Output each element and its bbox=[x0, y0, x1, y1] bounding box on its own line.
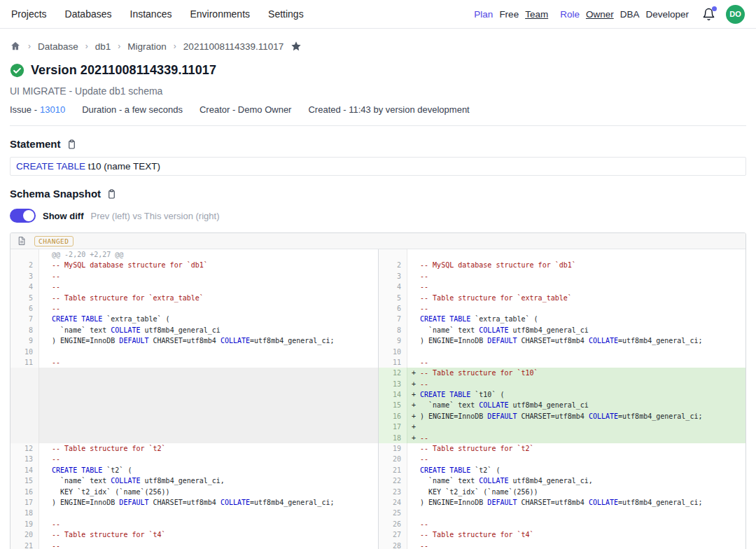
code-line: -- MySQL database structure for `db1` bbox=[39, 260, 378, 270]
code-line: ) ENGINE=InnoDB DEFAULT CHARSET=utf8mb4 … bbox=[39, 497, 378, 508]
code-line: -- MySQL database structure for `db1` bbox=[407, 260, 746, 270]
code-token: -- Table structure for `extra_table` bbox=[420, 294, 572, 302]
code-line: -- Table structure for `t2` bbox=[39, 443, 378, 454]
diff-row: 8 `name` text COLLATE utf8mb4_general_ci bbox=[10, 325, 378, 335]
line-number bbox=[10, 249, 39, 260]
code-token: `name` text bbox=[420, 401, 479, 409]
code-token: CREATE TABLE bbox=[420, 391, 470, 398]
line-number: 23 bbox=[379, 487, 407, 497]
line-number bbox=[10, 389, 39, 400]
role-label[interactable]: Role bbox=[560, 9, 580, 20]
copy-snapshot-icon[interactable] bbox=[106, 188, 117, 200]
favorite-star-icon[interactable] bbox=[290, 41, 302, 52]
code-line bbox=[39, 508, 378, 518]
code-line bbox=[39, 400, 378, 410]
code-line: `name` text COLLATE utf8mb4_general_ci bbox=[407, 325, 746, 335]
code-token: -- Table structure for `t10` bbox=[420, 369, 538, 377]
diff-row: 7CREATE TABLE `extra_table` ( bbox=[379, 314, 746, 324]
nav-links: ProjectsDatabasesInstancesEnvironmentsSe… bbox=[11, 8, 304, 20]
show-diff-toggle[interactable] bbox=[10, 209, 36, 223]
diff-prefix: + bbox=[412, 433, 420, 443]
diff-row: 19-- bbox=[10, 519, 378, 529]
plan-label[interactable]: Plan bbox=[474, 9, 493, 20]
page-title: Version 20211008114339.11017 bbox=[31, 63, 216, 78]
line-number: 5 bbox=[10, 293, 39, 303]
breadcrumb-item[interactable]: Database bbox=[38, 41, 78, 52]
code-token: `t2` ( bbox=[470, 466, 500, 474]
code-token: `extra_table` ( bbox=[470, 315, 538, 323]
team-link[interactable]: Team bbox=[525, 9, 548, 20]
code-token: CREATE TABLE bbox=[52, 466, 102, 474]
diff-prefix: + bbox=[412, 411, 420, 422]
diff-row: 3-- bbox=[10, 271, 378, 282]
notification-bell-icon[interactable] bbox=[702, 8, 715, 21]
breadcrumb-item[interactable]: Migration bbox=[127, 41, 167, 52]
code-line: CREATE TABLE `t2` ( bbox=[39, 465, 378, 475]
breadcrumb-item[interactable]: db1 bbox=[95, 41, 111, 52]
line-number: 18 bbox=[379, 433, 407, 443]
code-line: + `name` text COLLATE utf8mb4_general_ci bbox=[407, 400, 746, 410]
issue-label: Issue - bbox=[10, 104, 37, 115]
code-token: CREATE TABLE bbox=[420, 315, 470, 323]
line-number: 8 bbox=[379, 325, 407, 335]
line-number: 9 bbox=[379, 335, 407, 346]
line-number: 12 bbox=[379, 368, 407, 378]
show-diff-label: Show diff bbox=[43, 211, 84, 221]
code-token: =utf8mb4_general_ci; bbox=[618, 499, 702, 506]
diff-row: 21CREATE TABLE `t2` ( bbox=[379, 465, 746, 475]
main-content: ›Database›db1›Migration›20211008114339.1… bbox=[0, 39, 756, 549]
code-token: ) ENGINE=InnoDB bbox=[420, 337, 487, 345]
diff-prefix: + bbox=[412, 368, 420, 378]
code-token: -- bbox=[420, 380, 428, 388]
diff-row: 10 bbox=[10, 347, 378, 357]
diff-row: 12+-- Table structure for `t10` bbox=[379, 368, 746, 378]
line-number: 14 bbox=[10, 465, 39, 475]
diff-row: 14+CREATE TABLE `t10` ( bbox=[379, 389, 746, 400]
code-token: ) ENGINE=InnoDB bbox=[52, 499, 119, 506]
breadcrumb-item[interactable]: 20211008114339.11017 bbox=[183, 41, 284, 52]
line-number: 7 bbox=[10, 314, 39, 324]
notification-dot bbox=[712, 6, 717, 11]
nav-item-environments[interactable]: Environments bbox=[190, 8, 250, 20]
issue-link[interactable]: 13010 bbox=[40, 104, 65, 115]
code-line: `name` text COLLATE utf8mb4_general_ci, bbox=[407, 475, 746, 486]
code-token: COLLATE bbox=[589, 412, 618, 420]
line-number: 17 bbox=[379, 422, 407, 432]
diff-row: 16+) ENGINE=InnoDB DEFAULT CHARSET=utf8m… bbox=[379, 411, 746, 422]
code-line bbox=[407, 347, 746, 357]
code-line: +-- bbox=[407, 433, 746, 443]
line-number: 26 bbox=[379, 519, 407, 529]
code-token: utf8mb4_general_ci bbox=[508, 401, 588, 409]
diff-row bbox=[10, 433, 378, 443]
code-token: COLLATE bbox=[589, 499, 618, 506]
nav-item-instances[interactable]: Instances bbox=[130, 8, 172, 20]
line-number: 5 bbox=[379, 293, 407, 303]
code-token: CHARSET=utf8mb4 bbox=[517, 499, 589, 506]
line-number bbox=[10, 433, 39, 443]
nav-item-projects[interactable]: Projects bbox=[11, 8, 47, 20]
toggle-knob bbox=[23, 210, 34, 221]
diff-row: 3-- bbox=[379, 271, 746, 282]
copy-statement-icon[interactable] bbox=[66, 139, 77, 150]
code-line: @@ -2,20 +2,27 @@ bbox=[39, 249, 378, 260]
diff-row: 2-- MySQL database structure for `db1` bbox=[379, 260, 746, 270]
role-owner-link[interactable]: Owner bbox=[586, 9, 614, 20]
code-token: -- Table structure for `t2` bbox=[420, 445, 534, 452]
code-line: + bbox=[407, 422, 746, 432]
nav-item-databases[interactable]: Databases bbox=[65, 8, 112, 20]
home-icon[interactable] bbox=[10, 41, 21, 52]
diff-toggle-row: Show diff Prev (left) vs This version (r… bbox=[10, 208, 746, 223]
code-token: CHARSET=utf8mb4 bbox=[517, 337, 589, 345]
code-token: KEY `t2_idx` (`name`(256)) bbox=[52, 488, 170, 496]
top-nav: ProjectsDatabasesInstancesEnvironmentsSe… bbox=[0, 0, 756, 29]
line-number: 19 bbox=[379, 443, 407, 454]
nav-item-settings[interactable]: Settings bbox=[268, 8, 304, 20]
code-token: COLLATE bbox=[220, 499, 250, 506]
code-line: -- bbox=[407, 271, 746, 282]
snapshot-section-head: Schema Snapshot bbox=[10, 188, 746, 200]
line-number bbox=[10, 411, 39, 422]
diff-row: 13-- bbox=[10, 454, 378, 464]
code-token: COLLATE bbox=[479, 326, 508, 334]
avatar[interactable]: DO bbox=[726, 5, 745, 24]
plan-value: Free bbox=[499, 9, 519, 20]
